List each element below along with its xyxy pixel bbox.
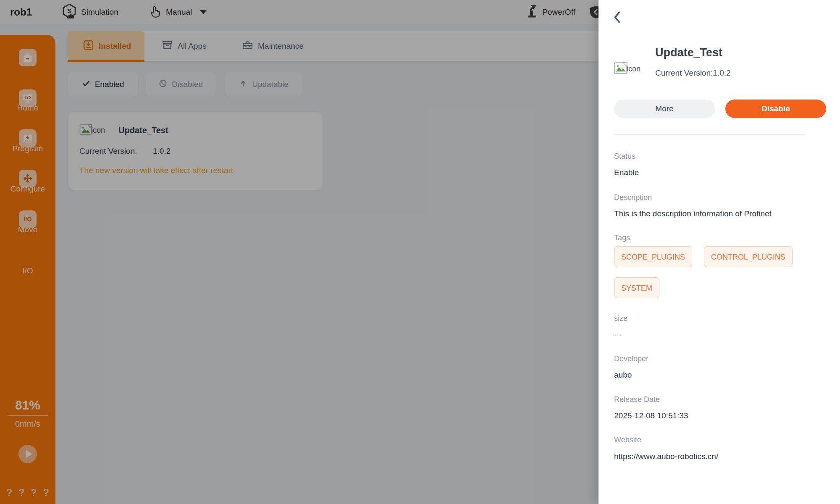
tag-scope-plugins: SCOPE_PLUGINS [614,246,692,267]
tag-system: SYSTEM [614,277,659,298]
panel-version-line: Current Version:1.0.2 [655,68,731,78]
app-root: rob1 S Simulation [0,0,840,504]
release-date-label: Release Date [614,395,660,404]
developer-label: Developer [614,354,648,363]
back-button[interactable] [610,9,625,25]
description-label: Description [614,193,652,202]
panel-divider [614,134,805,135]
status-label: Status [614,152,635,161]
size-value: - - [614,330,622,339]
panel-icon-alt-text: icon [627,65,640,74]
website-value: https://www.aubo-robotics.cn/ [614,452,718,461]
release-date-value: 2025-12-08 10:51:33 [614,411,688,420]
plugin-detail-panel: icon Update_Test Current Version:1.0.2 M… [598,0,840,504]
more-button[interactable]: More [614,100,715,118]
overlay-scrim[interactable] [0,0,598,504]
chevron-left-icon [613,10,622,24]
status-value: Enable [614,168,639,177]
tag-control-plugins: CONTROL_PLUGINS [704,246,793,267]
disable-button[interactable]: Disable [725,100,826,118]
broken-image-icon [614,62,627,76]
description-value: This is the description information of P… [614,209,772,218]
panel-plugin-title: Update_Test [655,46,722,59]
size-label: size [614,314,627,323]
website-label: Website [614,436,641,444]
tags-label: Tags [614,234,630,242]
developer-value: aubo [614,370,632,380]
